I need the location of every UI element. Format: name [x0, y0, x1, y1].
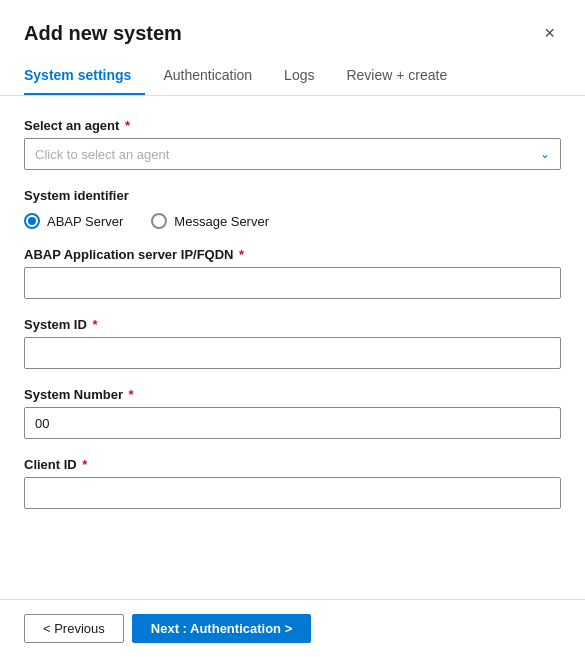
tab-review-create[interactable]: Review + create: [346, 59, 461, 95]
system-id-label: System ID *: [24, 317, 561, 332]
abap-ip-label: ABAP Application server IP/FQDN *: [24, 247, 561, 262]
system-number-group: System Number *: [24, 387, 561, 439]
abap-ip-group: ABAP Application server IP/FQDN *: [24, 247, 561, 299]
agent-placeholder: Click to select an agent: [35, 147, 169, 162]
agent-select-group: Select an agent * Click to select an age…: [24, 118, 561, 170]
tab-authentication[interactable]: Authentication: [163, 59, 266, 95]
system-number-label: System Number *: [24, 387, 561, 402]
previous-button[interactable]: < Previous: [24, 614, 124, 643]
modal-body: Select an agent * Click to select an age…: [0, 96, 585, 599]
client-id-group: Client ID *: [24, 457, 561, 509]
modal-header: Add new system ×: [0, 0, 585, 45]
system-identifier-label: System identifier: [24, 188, 561, 203]
system-identifier-group: System identifier ABAP Server Message Se…: [24, 188, 561, 229]
abap-ip-input[interactable]: [24, 267, 561, 299]
message-server-label: Message Server: [174, 214, 269, 229]
add-system-modal: Add new system × System settings Authent…: [0, 0, 585, 657]
client-id-input[interactable]: [24, 477, 561, 509]
agent-select[interactable]: Click to select an agent ⌄: [24, 138, 561, 170]
system-number-required: *: [125, 387, 134, 402]
client-id-label: Client ID *: [24, 457, 561, 472]
modal-footer: < Previous Next : Authentication >: [0, 599, 585, 657]
next-button[interactable]: Next : Authentication >: [132, 614, 311, 643]
message-radio-circle: [151, 213, 167, 229]
abap-ip-required: *: [236, 247, 245, 262]
client-id-required: *: [79, 457, 88, 472]
chevron-down-icon: ⌄: [540, 147, 550, 161]
system-id-input[interactable]: [24, 337, 561, 369]
system-id-group: System ID *: [24, 317, 561, 369]
close-button[interactable]: ×: [538, 22, 561, 44]
radio-group: ABAP Server Message Server: [24, 213, 561, 229]
tab-bar: System settings Authentication Logs Revi…: [0, 59, 585, 96]
agent-required: *: [121, 118, 130, 133]
tab-system-settings[interactable]: System settings: [24, 59, 145, 95]
abap-radio-circle: [24, 213, 40, 229]
radio-message-server[interactable]: Message Server: [151, 213, 269, 229]
radio-abap-server[interactable]: ABAP Server: [24, 213, 123, 229]
system-id-required: *: [89, 317, 98, 332]
modal-title: Add new system: [24, 22, 182, 45]
tab-logs[interactable]: Logs: [284, 59, 328, 95]
abap-server-label: ABAP Server: [47, 214, 123, 229]
agent-label: Select an agent *: [24, 118, 561, 133]
system-number-input[interactable]: [24, 407, 561, 439]
